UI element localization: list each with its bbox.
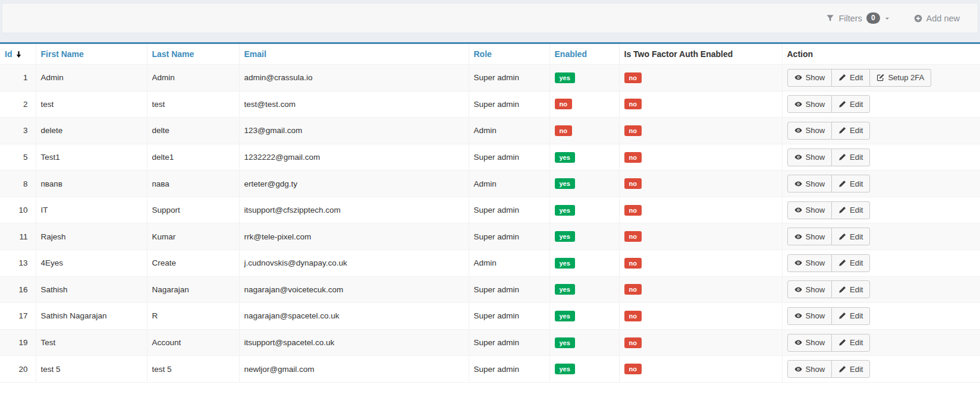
- cell-id: 3: [0, 118, 36, 144]
- cell-role: Super admin: [469, 197, 549, 223]
- cell-first-name: Sathish Nagarajan: [36, 303, 147, 330]
- show-button[interactable]: Show: [787, 280, 833, 298]
- edit-button[interactable]: Edit: [831, 201, 870, 219]
- pencil-icon: [838, 365, 846, 373]
- show-button[interactable]: Show: [787, 175, 833, 192]
- cell-two-factor: no: [619, 171, 782, 197]
- show-button[interactable]: Show: [787, 95, 833, 113]
- add-new-button[interactable]: Add new: [914, 14, 960, 23]
- column-header-email[interactable]: Email: [239, 43, 469, 65]
- show-button[interactable]: Show: [787, 69, 833, 87]
- eye-icon: [794, 100, 802, 108]
- cell-email: erteter@gdg.ty: [239, 171, 469, 197]
- cell-enabled: yes: [549, 329, 619, 356]
- edit-button[interactable]: Edit: [831, 228, 870, 245]
- pencil-icon: [838, 312, 846, 320]
- cell-role: Super admin: [469, 329, 549, 356]
- show-button[interactable]: Show: [787, 334, 833, 352]
- edit-button[interactable]: Edit: [831, 175, 870, 192]
- action-button-group: Show Edit: [787, 307, 871, 325]
- twofa-badge: no: [624, 205, 642, 216]
- cell-id: 17: [0, 303, 36, 330]
- cell-first-name: IT: [36, 197, 147, 223]
- column-header-id[interactable]: Id: [0, 43, 36, 65]
- edit-button[interactable]: Edit: [831, 360, 870, 378]
- cell-role: Super admin: [469, 356, 549, 383]
- table-body: 1 Admin Admin admin@crassula.io Super ad…: [0, 65, 980, 383]
- cell-id: 16: [0, 276, 36, 303]
- edit-button[interactable]: Edit: [831, 122, 870, 140]
- cell-last-name: delte1: [147, 144, 239, 171]
- twofa-badge: no: [624, 364, 642, 374]
- show-button[interactable]: Show: [787, 307, 833, 325]
- cell-email: test@test.com: [239, 91, 469, 118]
- action-button-group: Show Edit: [787, 254, 871, 272]
- twofa-badge: no: [624, 72, 642, 83]
- edit-button[interactable]: Edit: [831, 254, 870, 272]
- cell-actions: Show Edit: [782, 171, 980, 197]
- plus-circle-icon: [914, 14, 922, 23]
- cell-enabled: yes: [549, 223, 619, 250]
- cell-email: admin@crassula.io: [239, 65, 469, 91]
- show-button[interactable]: Show: [787, 254, 833, 272]
- cell-enabled: no: [549, 91, 619, 118]
- pencil-square-icon: [877, 74, 884, 81]
- column-header-last-name[interactable]: Last Name: [147, 43, 239, 65]
- cell-enabled: yes: [549, 171, 619, 197]
- show-button[interactable]: Show: [787, 201, 833, 219]
- edit-button[interactable]: Edit: [831, 334, 870, 352]
- show-button[interactable]: Show: [787, 360, 833, 378]
- action-button-group: Show Edit: [787, 201, 871, 219]
- enabled-badge: yes: [555, 258, 575, 269]
- table-row: 10 IT Support itsupport@cfszipptech.com …: [0, 197, 980, 223]
- cell-id: 11: [0, 223, 36, 250]
- eye-icon: [794, 180, 802, 188]
- toolbar: Filters 0 Add new: [2, 3, 978, 33]
- cell-role: Admin: [469, 171, 549, 197]
- cell-two-factor: no: [619, 65, 782, 91]
- setup-2fa-button[interactable]: Setup 2FA: [869, 69, 931, 87]
- cell-last-name: пава: [147, 171, 239, 197]
- table-row: 13 4Eyes Create j.cudnovskis@dynapay.co.…: [0, 250, 980, 277]
- users-table: Id First Name Last Name Email Role Enabl…: [0, 42, 980, 383]
- show-button[interactable]: Show: [787, 149, 833, 166]
- edit-button[interactable]: Edit: [831, 307, 870, 325]
- edit-button[interactable]: Edit: [831, 95, 870, 113]
- cell-email: itsupport@spacetel.co.uk: [239, 329, 469, 356]
- cell-first-name: Sathish: [36, 276, 147, 303]
- edit-button[interactable]: Edit: [831, 69, 870, 87]
- table-row: 19 Test Account itsupport@spacetel.co.uk…: [0, 329, 980, 356]
- enabled-badge: yes: [555, 178, 575, 189]
- eye-icon: [794, 153, 802, 161]
- twofa-badge: no: [624, 258, 642, 269]
- enabled-badge: no: [555, 99, 572, 109]
- edit-button[interactable]: Edit: [831, 280, 870, 298]
- table-row: 8 пвапв пава erteter@gdg.ty Admin yes no…: [0, 171, 980, 197]
- cell-id: 10: [0, 197, 36, 223]
- filters-dropdown-toggle[interactable]: Filters 0: [826, 12, 890, 24]
- column-header-role[interactable]: Role: [469, 43, 549, 65]
- cell-two-factor: no: [619, 91, 782, 118]
- show-button[interactable]: Show: [787, 228, 833, 245]
- action-button-group: Show Edit: [787, 360, 871, 378]
- cell-email: itsupport@cfszipptech.com: [239, 197, 469, 223]
- column-header-first-name[interactable]: First Name: [36, 43, 147, 65]
- cell-id: 1: [0, 65, 36, 91]
- column-header-enabled[interactable]: Enabled: [549, 43, 619, 65]
- edit-button[interactable]: Edit: [831, 149, 870, 166]
- pencil-icon: [838, 74, 846, 81]
- enabled-badge: yes: [555, 284, 575, 295]
- cell-id: 19: [0, 329, 36, 356]
- cell-last-name: Support: [147, 197, 239, 223]
- cell-enabled: yes: [549, 276, 619, 303]
- cell-email: rrk@tele-pixel.com: [239, 223, 469, 250]
- cell-last-name: delte: [147, 118, 239, 144]
- action-button-group: Show Edit: [787, 228, 871, 245]
- enabled-badge: yes: [555, 364, 575, 374]
- show-button[interactable]: Show: [787, 122, 833, 140]
- enabled-badge: yes: [555, 205, 575, 216]
- cell-two-factor: no: [619, 118, 782, 144]
- column-header-two-factor: Is Two Factor Auth Enabled: [619, 43, 782, 65]
- cell-enabled: yes: [549, 65, 619, 91]
- cell-actions: Show Edit: [782, 197, 980, 223]
